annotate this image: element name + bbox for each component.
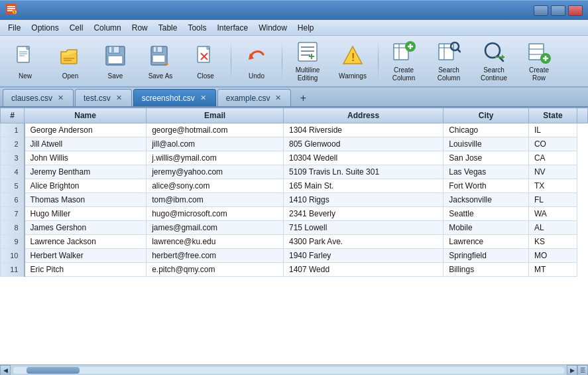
cell-state[interactable]: TX: [528, 179, 577, 193]
cell-name[interactable]: James Gershon: [25, 221, 147, 235]
table-row[interactable]: 6Thomas Masontom@ibm.com1410 RiggsJackso…: [1, 193, 588, 207]
cell-city[interactable]: Las Vegas: [443, 165, 529, 179]
toolbar-btn-save[interactable]: Save: [94, 38, 137, 84]
menu-item-help[interactable]: Help: [292, 22, 320, 34]
cell-email[interactable]: george@hotmail.com: [147, 123, 284, 137]
cell-address[interactable]: 1410 Riggs: [283, 193, 443, 207]
tab-example[interactable]: example.csv ✕: [217, 89, 292, 106]
cell-email[interactable]: hugo@microsoft.com: [147, 207, 284, 221]
cell-name[interactable]: Eric Pitch: [25, 263, 147, 277]
toolbar-btn-close[interactable]: Close: [184, 38, 227, 84]
cell-email[interactable]: j.willis@ymail.com: [147, 151, 284, 165]
tab-clauses-close[interactable]: ✕: [56, 94, 65, 102]
cell-email[interactable]: herbert@free.com: [147, 249, 284, 263]
cell-name[interactable]: Lawrence Jackson: [25, 235, 147, 249]
toolbar-btn-create-column[interactable]: Create Column: [382, 38, 425, 84]
cell-city[interactable]: Mobile: [443, 221, 529, 235]
cell-city[interactable]: San Jose: [443, 151, 529, 165]
cell-city[interactable]: Lawrence: [443, 235, 529, 249]
tab-screenshot-close[interactable]: ✕: [199, 94, 207, 102]
close-button[interactable]: [568, 5, 583, 16]
cell-name[interactable]: Jill Atwell: [25, 137, 147, 151]
table-row[interactable]: 3John Willisj.willis@ymail.com10304 Wede…: [1, 151, 588, 165]
toolbar-btn-undo[interactable]: Undo: [235, 38, 278, 84]
tab-test-close[interactable]: ✕: [115, 94, 123, 102]
cell-name[interactable]: Thomas Mason: [25, 193, 147, 207]
cell-state[interactable]: FL: [528, 193, 577, 207]
horizontal-scrollbar[interactable]: ◀ ▶ ☰: [0, 364, 588, 375]
cell-state[interactable]: MO: [528, 249, 577, 263]
cell-email[interactable]: jill@aol.com: [147, 137, 284, 151]
cell-name[interactable]: Hugo Miller: [25, 207, 147, 221]
menu-item-cell[interactable]: Cell: [64, 22, 89, 34]
cell-city[interactable]: Seattle: [443, 207, 529, 221]
cell-city[interactable]: Chicago: [443, 123, 529, 137]
toolbar-btn-open[interactable]: Open: [49, 38, 91, 84]
cell-state[interactable]: KS: [528, 235, 577, 249]
cell-address[interactable]: 715 Lowell: [283, 221, 443, 235]
table-row[interactable]: 9Lawrence Jacksonlawrence@ku.edu4300 Par…: [1, 235, 588, 249]
toolbar-btn-create-row[interactable]: Create Row: [518, 38, 560, 84]
cell-address[interactable]: 805 Glenwood: [283, 137, 443, 151]
cell-email[interactable]: e.pitch@qmy.com: [147, 263, 284, 277]
cell-address[interactable]: 5109 Travis Ln. Suite 301: [283, 165, 443, 179]
cell-address[interactable]: 1940 Farley: [283, 249, 443, 263]
cell-state[interactable]: WA: [528, 207, 577, 221]
cell-city[interactable]: Springfield: [443, 249, 529, 263]
table-row[interactable]: 10Herbert Walkerherbert@free.com1940 Far…: [1, 249, 588, 263]
table-row[interactable]: 7Hugo Millerhugo@microsoft.com2341 Bever…: [1, 207, 588, 221]
cell-state[interactable]: MT: [528, 263, 577, 277]
menu-item-interface[interactable]: Interface: [211, 22, 253, 34]
minimize-button[interactable]: [534, 5, 548, 16]
maximize-button[interactable]: [551, 5, 565, 16]
cell-state[interactable]: IL: [528, 123, 577, 137]
scroll-left-button[interactable]: ◀: [0, 365, 11, 376]
cell-email[interactable]: jeremy@yahoo.com: [147, 165, 284, 179]
cell-address[interactable]: 1407 Wedd: [283, 263, 443, 277]
cell-city[interactable]: Fort Worth: [443, 179, 529, 193]
scroll-track-horizontal[interactable]: [13, 367, 564, 374]
cell-email[interactable]: lawrence@ku.edu: [147, 235, 284, 249]
menu-item-file[interactable]: File: [3, 22, 26, 34]
cell-city[interactable]: Billings: [443, 263, 529, 277]
toolbar-btn-save-as[interactable]: +Save As: [139, 38, 182, 84]
cell-address[interactable]: 165 Main St.: [283, 179, 443, 193]
cell-address[interactable]: 2341 Beverly: [283, 207, 443, 221]
cell-address[interactable]: 1304 Riverside: [283, 123, 443, 137]
table-row[interactable]: 8James Gershonjames@gmail.com715 LowellM…: [1, 221, 588, 235]
cell-address[interactable]: 4300 Park Ave.: [283, 235, 443, 249]
table-row[interactable]: 1George Andersongeorge@hotmail.com1304 R…: [1, 123, 588, 137]
cell-state[interactable]: AL: [528, 221, 577, 235]
toolbar-btn-warnings[interactable]: !Warnings: [331, 38, 374, 84]
cell-name[interactable]: George Anderson: [25, 123, 147, 137]
cell-state[interactable]: NV: [528, 165, 577, 179]
cell-state[interactable]: CO: [528, 137, 577, 151]
table-container[interactable]: # Name Email Address City State 1George …: [0, 108, 588, 364]
toolbar-btn-multiline-editing[interactable]: Multiline Editing: [286, 38, 329, 84]
toolbar-btn-search-column[interactable]: Search Column: [428, 38, 470, 84]
cell-email[interactable]: tom@ibm.com: [147, 193, 284, 207]
toolbar-btn-search-continue[interactable]: Search Continue: [473, 38, 515, 84]
cell-email[interactable]: james@gmail.com: [147, 221, 284, 235]
cell-name[interactable]: Alice Brighton: [25, 179, 147, 193]
tab-screenshot[interactable]: screenshot.csv ✕: [133, 89, 216, 106]
menu-item-tools[interactable]: Tools: [182, 22, 211, 34]
table-row[interactable]: 5Alice Brightonalice@sony.com165 Main St…: [1, 179, 588, 193]
cell-state[interactable]: CA: [528, 151, 577, 165]
scroll-list-button[interactable]: ☰: [577, 365, 588, 376]
menu-item-row[interactable]: Row: [127, 22, 153, 34]
scroll-right-button[interactable]: ▶: [567, 365, 577, 376]
table-row[interactable]: 4Jeremy Benthamjeremy@yahoo.com5109 Trav…: [1, 165, 588, 179]
menu-item-column[interactable]: Column: [88, 22, 126, 34]
tab-example-close[interactable]: ✕: [274, 94, 282, 102]
menu-item-options[interactable]: Options: [26, 22, 64, 34]
menu-item-table[interactable]: Table: [153, 22, 183, 34]
cell-city[interactable]: Louisville: [443, 137, 529, 151]
tab-clauses[interactable]: clauses.csv ✕: [3, 89, 74, 106]
table-row[interactable]: 2Jill Atwelljill@aol.com805 GlenwoodLoui…: [1, 137, 588, 151]
cell-name[interactable]: Herbert Walker: [25, 249, 147, 263]
cell-city[interactable]: Jacksonville: [443, 193, 529, 207]
cell-address[interactable]: 10304 Wedell: [283, 151, 443, 165]
cell-name[interactable]: Jeremy Bentham: [25, 165, 147, 179]
toolbar-btn-new[interactable]: New: [4, 38, 46, 84]
